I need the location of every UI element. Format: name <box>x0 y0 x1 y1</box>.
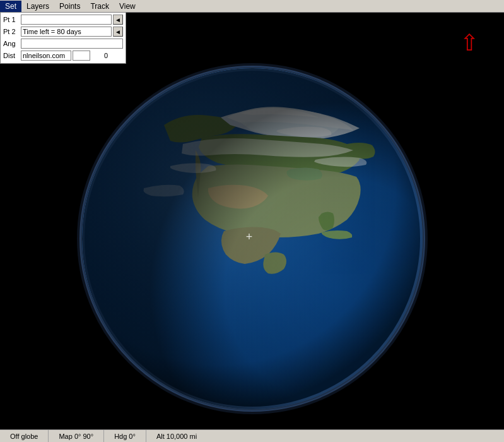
statusbar: Off globe Map 0° 90° Hdg 0° Alt 10,000 m… <box>0 429 504 442</box>
pt1-input[interactable] <box>21 15 112 25</box>
menubar: Set Layers Points Track View <box>0 0 504 13</box>
pt1-label: Pt 1 <box>3 16 21 23</box>
ang-label: Ang <box>3 40 21 47</box>
status-location: Off globe <box>0 430 49 442</box>
menu-track[interactable]: Track <box>85 1 114 12</box>
pt1-row: Pt 1 ◄ <box>3 14 123 25</box>
menu-view[interactable]: View <box>114 1 141 12</box>
dist-label: Dist <box>3 52 21 59</box>
pt2-label: Pt 2 <box>3 28 21 35</box>
menu-set[interactable]: Set <box>0 1 21 12</box>
dist-value-input[interactable] <box>73 51 90 61</box>
north-arrow-icon: ⇧ <box>460 32 479 54</box>
crosshair-icon: + <box>246 230 253 244</box>
info-panel: Pt 1 ◄ Pt 2 ◄ Ang Dist 0 <box>0 13 126 64</box>
dist-row: Dist 0 <box>3 50 123 61</box>
status-hdg: Hdg 0° <box>104 430 146 442</box>
pt2-button[interactable]: ◄ <box>113 27 123 37</box>
dist-site-input[interactable] <box>21 51 71 61</box>
menu-points[interactable]: Points <box>54 1 85 12</box>
status-map: Map 0° 90° <box>49 430 104 442</box>
pt1-button[interactable]: ◄ <box>113 15 123 25</box>
globe-container: + ⇧ <box>0 13 504 429</box>
menu-layers[interactable]: Layers <box>21 1 54 12</box>
ang-row: Ang <box>3 38 123 49</box>
pt2-row: Pt 2 ◄ <box>3 26 123 37</box>
status-alt: Alt 10,000 mi <box>146 430 207 442</box>
dist-number: 0 <box>90 52 109 59</box>
ang-input[interactable] <box>21 39 123 49</box>
pt2-input[interactable] <box>21 27 112 37</box>
